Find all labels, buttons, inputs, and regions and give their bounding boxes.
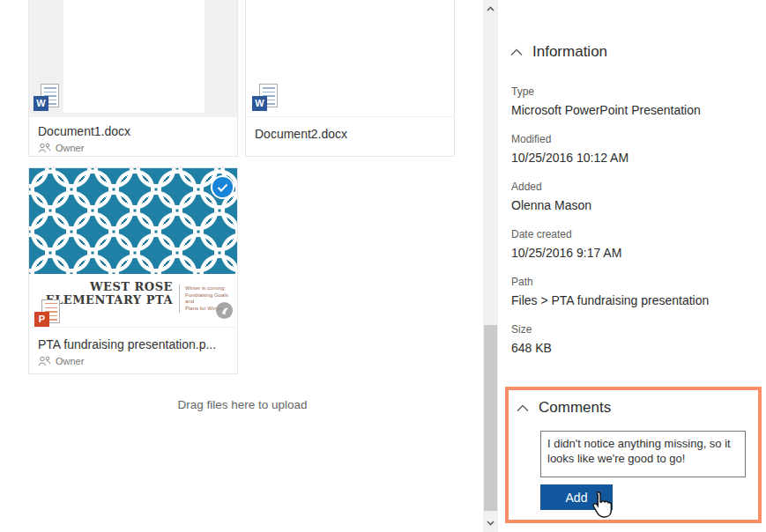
information-section-header[interactable]: Information <box>510 43 607 61</box>
document1-footer: Document1.docx Owner <box>29 116 237 156</box>
people-icon <box>38 356 51 366</box>
powerpoint-icon-badge: P <box>34 312 49 327</box>
powerpoint-file-icon: P <box>34 299 60 327</box>
field-value: 10/25/2016 9:17 AM <box>511 245 621 261</box>
add-comment-button[interactable]: Add <box>540 484 613 510</box>
chevron-up-icon <box>510 48 523 56</box>
field-value: Microsoft PowerPoint Presentation <box>511 102 701 118</box>
selected-check-icon[interactable] <box>211 175 234 199</box>
document1-thumbnail[interactable]: W <box>29 0 237 116</box>
comments-section-highlight: Comments I didn't notice anything missin… <box>505 387 762 523</box>
field-label: Path <box>511 276 709 288</box>
field-path: Path Files > PTA fundraising presentatio… <box>511 276 709 308</box>
owner-label: Owner <box>56 356 84 366</box>
word-file-icon: W <box>252 84 278 111</box>
field-label: Modified <box>511 133 628 145</box>
owner-row: Owner <box>38 356 228 366</box>
chevron-up-icon <box>517 404 529 412</box>
field-modified: Modified 10/25/2016 10:12 AM <box>511 133 628 166</box>
field-label: Added <box>511 181 591 193</box>
pta-footer: PTA fundraising presentation.p... Owner <box>29 327 237 373</box>
file-name[interactable]: Document1.docx <box>38 124 228 138</box>
file-tile-document1[interactable]: W Document1.docx Owner <box>28 0 238 157</box>
slide-divider <box>179 284 180 313</box>
comments-section-header[interactable]: Comments <box>517 399 611 417</box>
slide-title-area: WEST ROSE ELEMENTARY PTA Winter is comin… <box>29 274 237 327</box>
slide-title-line1: WEST ROSE <box>36 280 173 293</box>
document2-thumbnail[interactable]: W <box>246 0 454 116</box>
vertical-scrollbar[interactable] <box>483 0 498 532</box>
information-title: Information <box>532 43 607 61</box>
document2-footer: Document2.docx <box>246 116 454 156</box>
word-icon-badge: W <box>33 96 48 111</box>
comment-input[interactable]: I didn't notice anything missing, so it … <box>540 431 746 477</box>
field-label: Type <box>511 85 701 98</box>
onedrive-files-view: W Document1.docx Owner W <box>0 0 766 532</box>
pta-thumbnail[interactable]: WEST ROSE ELEMENTARY PTA Winter is comin… <box>29 168 237 327</box>
word-icon-badge: W <box>252 96 267 111</box>
template-watermark-icon <box>216 302 233 319</box>
scrollbar-thumb[interactable] <box>484 325 497 511</box>
field-label: Date created <box>511 228 621 240</box>
owner-label: Owner <box>56 143 84 153</box>
field-type: Type Microsoft PowerPoint Presentation <box>511 85 701 118</box>
field-size: Size 648 KB <box>511 323 552 356</box>
field-date-created: Date created 10/25/2016 9:17 AM <box>511 228 621 261</box>
scroll-down-arrow-icon[interactable] <box>483 516 498 530</box>
drag-files-hint: Drag files here to upload <box>88 398 397 411</box>
field-value: 10/25/2016 10:12 AM <box>511 150 628 166</box>
file-name[interactable]: PTA fundraising presentation.p... <box>38 337 228 351</box>
scroll-up-arrow-icon[interactable] <box>483 2 498 16</box>
file-name[interactable]: Document2.docx <box>255 127 445 141</box>
document1-page-preview <box>63 0 205 113</box>
slide-pattern-art <box>29 168 237 274</box>
comments-title: Comments <box>539 399 611 417</box>
field-value breadcrumb[interactable]: Files > PTA fundraising presentation <box>511 292 709 308</box>
owner-row: Owner <box>38 143 228 153</box>
field-value: Olenna Mason <box>511 197 591 213</box>
people-icon <box>38 143 51 153</box>
field-added: Added Olenna Mason <box>511 181 591 213</box>
field-label: Size <box>511 323 552 336</box>
file-tile-pta-presentation[interactable]: WEST ROSE ELEMENTARY PTA Winter is comin… <box>28 167 238 374</box>
word-file-icon: W <box>33 84 59 111</box>
field-value: 648 KB <box>511 340 552 356</box>
file-tile-document2[interactable]: W Document2.docx <box>245 0 455 157</box>
